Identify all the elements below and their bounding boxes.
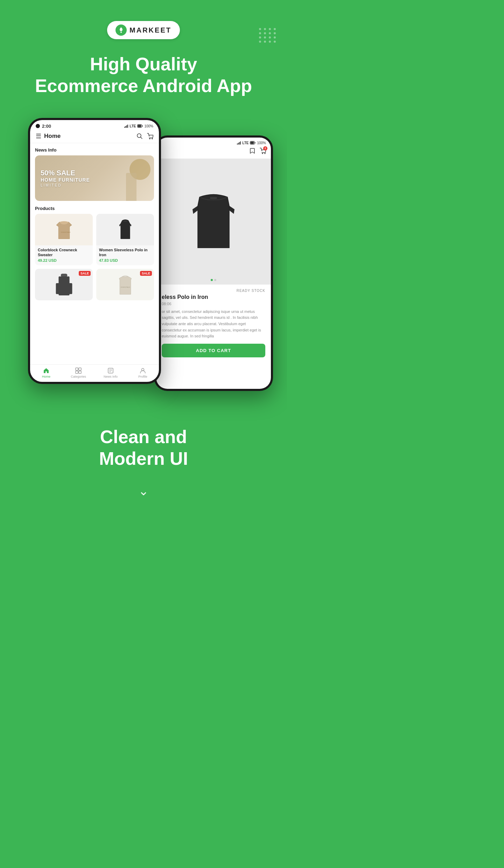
dot-2 [214, 279, 216, 281]
products-section-label: Products [35, 206, 154, 211]
product-image-2 [96, 214, 154, 245]
svg-point-27 [262, 153, 263, 154]
svg-rect-11 [58, 276, 69, 295]
hamburger-icon[interactable]: ☰ [36, 132, 41, 140]
product-name-1: Colorblock Crewneck Sweater [38, 247, 90, 258]
logo-icon [115, 24, 127, 36]
add-to-cart-button[interactable]: ADD TO CART [162, 344, 265, 357]
sale-badge-4: SALE [140, 271, 152, 276]
product-detail-description: or sit amet, consectetur adipiscing isqu… [162, 309, 265, 340]
phone-main: 2:00 LTE 100% ☰ Home [28, 118, 161, 384]
svg-rect-17 [76, 371, 78, 373]
camera-notch [36, 124, 40, 128]
nav-home-label: Home [42, 375, 50, 378]
bookmark-icon[interactable] [249, 148, 255, 154]
product-card-3[interactable]: SALE [35, 269, 93, 300]
bottom-navigation: Home Categories News Info Profile [30, 364, 159, 382]
svg-rect-25 [251, 141, 254, 144]
nav-home[interactable]: Home [30, 368, 62, 378]
phone-secondary: LTE 100% 2 [154, 135, 273, 391]
image-carousel-dots [211, 279, 216, 281]
svg-point-28 [265, 153, 266, 154]
nav-profile-label: Profile [138, 375, 147, 378]
svg-rect-15 [76, 368, 78, 370]
product-detail-image [156, 159, 271, 285]
ready-stock-label: READY STOCK [162, 289, 265, 293]
phone2-network: LTE [242, 141, 248, 145]
product-image-1: ESSENTIALS [35, 214, 93, 245]
banner-sub-text: LIMITED [41, 183, 90, 187]
svg-rect-3 [142, 125, 143, 127]
product-card-1[interactable]: ESSENTIALS Colorblock Crewneck Sweater 4… [35, 214, 93, 266]
app-title: Home [44, 133, 136, 140]
hero-text: High Quality Ecommerce Android App [21, 53, 266, 97]
cart-badge: 2 [263, 146, 267, 150]
nav-profile[interactable]: Profile [127, 368, 159, 378]
product-name-2: Women Sleeveless Polo in Iron [99, 247, 151, 258]
products-grid: ESSENTIALS Colorblock Crewneck Sweater 4… [35, 214, 154, 301]
phone2-action-icons: 2 [156, 147, 271, 159]
svg-point-0 [120, 31, 122, 33]
svg-rect-9 [124, 220, 127, 222]
phones-container: 2:00 LTE 100% ☰ Home [7, 118, 280, 405]
network-label: LTE [130, 124, 136, 128]
bottom-heading: Clean and Modern UI [99, 426, 188, 470]
app-header: ☰ Home [30, 131, 159, 143]
chevron-down-icon: ⌄ [99, 484, 188, 498]
cart-icon-wrap[interactable]: 2 [260, 148, 266, 156]
svg-rect-18 [79, 371, 81, 373]
nav-news-label: News Info [104, 375, 118, 378]
news-section-label: News Info [35, 147, 154, 153]
dot-1 [211, 279, 213, 281]
product-price-1: 49.22 USD [38, 258, 90, 262]
status-icons: LTE 100% [124, 124, 153, 128]
svg-rect-16 [79, 368, 81, 370]
search-icon[interactable] [136, 133, 143, 139]
cart-icon[interactable] [147, 133, 153, 139]
phone2-status-bar: LTE 100% [156, 138, 271, 147]
battery-label: 100% [144, 124, 153, 128]
bottom-section: Clean and Modern UI ⌄ [99, 426, 188, 526]
svg-point-6 [149, 138, 150, 139]
svg-rect-2 [138, 125, 141, 127]
logo-text: MARKEET [130, 26, 172, 34]
svg-rect-26 [255, 142, 255, 144]
product-detail-time: 08:06 [162, 302, 265, 306]
product-card-2[interactable]: Women Sleeveless Polo in Iron 47.83 USD [96, 214, 154, 266]
svg-text:ESSENTIALS: ESSENTIALS [61, 231, 70, 233]
svg-point-7 [152, 138, 153, 139]
svg-text:ESSENTIALS: ESSENTIALS [120, 286, 130, 288]
header-action-icons [136, 133, 153, 139]
status-bar: 2:00 LTE 100% [30, 120, 159, 131]
banner-text: 50% SALE HOME FURNITURE LIMITED [41, 169, 90, 187]
logo-container: MARKEET [107, 21, 180, 39]
product-detail-info: READY STOCK eless Polo in Iron 08:06 or … [156, 285, 271, 362]
product-card-4[interactable]: ESSENTIALS SALE [96, 269, 154, 300]
banner-main-text: HOME FURNITURE [41, 177, 90, 183]
nav-categories-label: Categories [71, 375, 86, 378]
svg-rect-29 [210, 197, 217, 199]
banner-lamp [126, 173, 136, 201]
phone-content: News Info 50% SALE HOME FURNITURE LIMITE… [30, 143, 159, 364]
nav-news[interactable]: News Info [94, 368, 127, 378]
product-price-2: 47.83 USD [99, 258, 151, 262]
sale-badge-3: SALE [79, 271, 91, 276]
svg-line-5 [141, 137, 142, 139]
time-display: 2:00 [42, 124, 122, 129]
hero-heading: High Quality Ecommerce Android App [35, 53, 252, 97]
product-detail-name: eless Polo in Iron [162, 294, 265, 300]
sale-percent: 50% SALE [41, 169, 90, 177]
phone2-battery: 100% [257, 141, 266, 145]
promo-banner[interactable]: 50% SALE HOME FURNITURE LIMITED [35, 155, 154, 201]
nav-categories[interactable]: Categories [62, 368, 94, 378]
svg-rect-12 [56, 283, 60, 294]
decorative-dots [259, 28, 276, 43]
svg-rect-13 [68, 283, 72, 294]
